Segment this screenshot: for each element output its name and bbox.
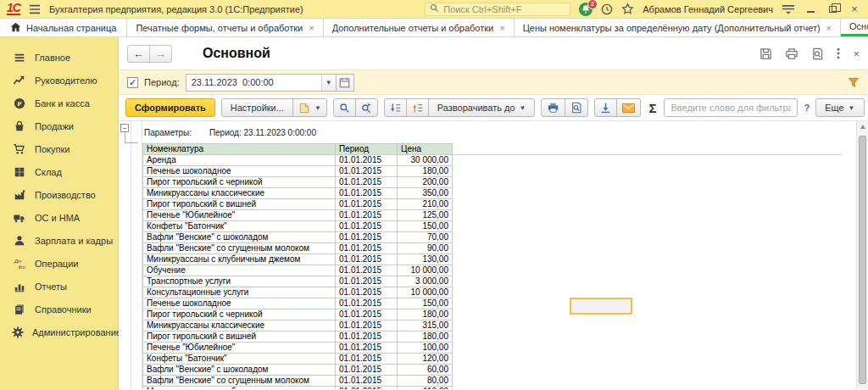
cell-price[interactable]: 3 000,00 bbox=[398, 276, 453, 287]
cell-price[interactable]: 210,00 bbox=[398, 199, 453, 210]
history-icon[interactable] bbox=[601, 3, 613, 15]
preview-icon[interactable] bbox=[811, 47, 824, 60]
cell-price[interactable]: 30 000,00 bbox=[398, 155, 453, 166]
sum-sigma-icon[interactable]: Σ bbox=[647, 101, 658, 115]
settings-button[interactable]: Настройки... bbox=[221, 98, 293, 117]
cell-price[interactable]: 125,00 bbox=[398, 210, 453, 221]
cell-nomenclature[interactable]: Вафли "Венские" со сгущенным молоком bbox=[143, 376, 336, 387]
collapse-group-icon[interactable]: − bbox=[120, 124, 129, 132]
scroll-up-icon[interactable] bbox=[857, 125, 868, 133]
save-report-icon[interactable] bbox=[594, 98, 617, 117]
cell-nomenclature[interactable]: Вафли "Венские" с шоколадом bbox=[143, 232, 336, 243]
table-row[interactable]: Пирог тирольский с вишней 01.01.2015 180… bbox=[143, 332, 453, 343]
cell-period[interactable]: 01.01.2015 bbox=[336, 376, 398, 387]
spreadsheet-area[interactable]: − Параметры: Период: 23.11.2023 0:00:00 … bbox=[119, 121, 868, 389]
cell-period[interactable]: 01.01.2015 bbox=[336, 221, 398, 232]
close-form-icon[interactable]: × bbox=[853, 47, 860, 60]
cell-price[interactable]: 180,00 bbox=[398, 166, 453, 177]
cell-price[interactable]: 200,00 bbox=[398, 177, 453, 188]
cell-period[interactable]: 01.01.2015 bbox=[336, 354, 398, 365]
cell-nomenclature[interactable]: Миникруассаны с клубничным джемом bbox=[143, 387, 336, 390]
cell-nomenclature[interactable]: Конфеты "Батончик" bbox=[143, 354, 336, 365]
table-row[interactable]: Вафли "Венские" со сгущенным молоком 01.… bbox=[143, 243, 453, 254]
column-header[interactable]: Период bbox=[336, 144, 398, 155]
more-button[interactable]: Еще ▼ bbox=[815, 98, 864, 117]
forward-button[interactable]: → bbox=[149, 45, 172, 63]
table-row[interactable]: Печенье "Юбилейное" 01.01.2015 125,00 bbox=[143, 210, 453, 221]
cell-period[interactable]: 01.01.2015 bbox=[336, 243, 398, 254]
cell-price[interactable]: 180,00 bbox=[398, 309, 453, 320]
cell-price[interactable]: 130,00 bbox=[398, 254, 453, 265]
cell-nomenclature[interactable]: Вафли "Венские" со сгущенным молоком bbox=[143, 243, 336, 254]
sidebar-item[interactable]: Производство bbox=[0, 183, 118, 206]
cell-period[interactable]: 01.01.2015 bbox=[336, 287, 398, 298]
table-row[interactable]: Печенье шоколадное 01.01.2015 150,00 bbox=[143, 298, 453, 309]
back-button[interactable]: ← bbox=[127, 45, 150, 63]
table-row[interactable]: Аренда 01.01.2015 30 000,00 bbox=[143, 155, 453, 166]
find-next-icon[interactable] bbox=[355, 98, 378, 117]
sidebar-item[interactable]: P Банк и касса bbox=[0, 92, 118, 114]
filter-funnel-icon[interactable] bbox=[848, 77, 860, 88]
cell-period[interactable]: 01.01.2015 bbox=[336, 309, 398, 320]
service-menu-icon[interactable] bbox=[782, 4, 795, 14]
cell-nomenclature[interactable]: Вафли "Венские" с шоколадом bbox=[143, 365, 336, 376]
sidebar-item[interactable]: Справочники bbox=[0, 298, 118, 320]
period-checkbox[interactable]: ✓ bbox=[127, 77, 138, 88]
cell-period[interactable]: 01.01.2015 bbox=[336, 298, 398, 309]
cell-period[interactable]: 01.01.2015 bbox=[336, 276, 398, 287]
sidebar-item[interactable]: Отчеты bbox=[0, 275, 118, 298]
table-row[interactable]: Вафли "Венские" с шоколадом 01.01.2015 7… bbox=[143, 232, 453, 243]
cell-period[interactable]: 01.01.2015 bbox=[336, 320, 398, 332]
save-icon[interactable] bbox=[760, 47, 772, 60]
document-tab[interactable]: Печатные формы, отчеты и обработки × bbox=[127, 19, 323, 36]
column-header[interactable]: Цена bbox=[398, 144, 453, 155]
notifications-icon[interactable]: 2 bbox=[579, 3, 593, 16]
table-row[interactable]: Миникруассаны классические 01.01.2015 35… bbox=[143, 188, 453, 199]
cell-nomenclature[interactable]: Пирог тирольский с черникой bbox=[143, 309, 336, 320]
cell-nomenclature[interactable]: Печенье шоколадное bbox=[143, 166, 336, 177]
email-icon[interactable] bbox=[616, 98, 641, 117]
cell-nomenclature[interactable]: Миникруассаны классические bbox=[143, 320, 336, 332]
cell-nomenclature[interactable]: Печенье "Юбилейное" bbox=[143, 210, 336, 221]
table-row[interactable]: Консультационные услуги 01.01.2015 10 00… bbox=[143, 287, 453, 298]
cell-period[interactable]: 01.01.2015 bbox=[336, 155, 398, 166]
cell-nomenclature[interactable]: Обучение bbox=[143, 265, 336, 276]
table-row[interactable]: Конфеты "Батончик" 01.01.2015 150,00 bbox=[143, 221, 453, 232]
cell-price[interactable]: 180,00 bbox=[398, 332, 453, 343]
table-row[interactable]: Вафли "Венские" с шоколадом 01.01.2015 6… bbox=[143, 365, 453, 376]
table-row[interactable]: Миникруассаны с клубничным джемом 01.01.… bbox=[143, 387, 453, 390]
cell-nomenclature[interactable]: Конфеты "Батончик" bbox=[143, 221, 336, 232]
tab-close-icon[interactable]: × bbox=[826, 23, 832, 33]
document-tab[interactable]: Дополнительные отчеты и обработки × bbox=[324, 19, 515, 36]
more-commands-icon[interactable] bbox=[837, 47, 840, 59]
column-header[interactable]: Номенклатура bbox=[143, 144, 336, 155]
cell-period[interactable]: 01.01.2015 bbox=[336, 254, 398, 265]
help-link[interactable]: ? bbox=[804, 103, 810, 113]
table-row[interactable]: Конфеты "Батончик" 01.01.2015 120,00 bbox=[143, 354, 453, 365]
table-row[interactable]: Вафли "Венские" со сгущенным молоком 01.… bbox=[143, 376, 453, 387]
tab-close-icon[interactable]: × bbox=[309, 23, 314, 33]
minimize-button[interactable] bbox=[804, 6, 817, 13]
table-row[interactable]: Миникруассаны классические 01.01.2015 31… bbox=[143, 320, 453, 332]
period-date-input[interactable]: 23.11.2023 0:00:00 ▼ bbox=[186, 74, 337, 92]
cell-nomenclature[interactable]: Миникруассаны с клубничным джемом bbox=[143, 254, 336, 265]
cell-price[interactable]: 315,00 bbox=[398, 320, 453, 332]
table-row[interactable]: Пирог тирольский с вишней 01.01.2015 210… bbox=[143, 199, 453, 210]
find-icon[interactable] bbox=[333, 98, 356, 117]
cell-nomenclature[interactable]: Печенье "Юбилейное" bbox=[143, 343, 336, 354]
table-row[interactable]: Миникруассаны с клубничным джемом 01.01.… bbox=[143, 254, 453, 265]
cell-price[interactable]: 90,00 bbox=[398, 243, 453, 254]
expand-to-button[interactable]: Разворачивать до ▼ bbox=[428, 98, 536, 117]
generate-button[interactable]: Сформировать bbox=[125, 98, 215, 117]
vertical-scrollbar[interactable] bbox=[856, 121, 868, 389]
cell-period[interactable]: 01.01.2015 bbox=[336, 387, 398, 390]
collapse-groups-icon[interactable] bbox=[384, 98, 407, 117]
selected-cell[interactable] bbox=[570, 298, 632, 315]
cell-price[interactable]: 70,00 bbox=[398, 232, 453, 243]
cell-price[interactable]: 10 000,00 bbox=[398, 265, 453, 276]
cell-period[interactable]: 01.01.2015 bbox=[336, 166, 398, 177]
sidebar-item[interactable]: Руководителю bbox=[0, 69, 118, 92]
cell-nomenclature[interactable]: Пирог тирольский с вишней bbox=[143, 332, 336, 343]
cell-period[interactable]: 01.01.2015 bbox=[336, 177, 398, 188]
cell-price[interactable]: 120,00 bbox=[398, 354, 453, 365]
